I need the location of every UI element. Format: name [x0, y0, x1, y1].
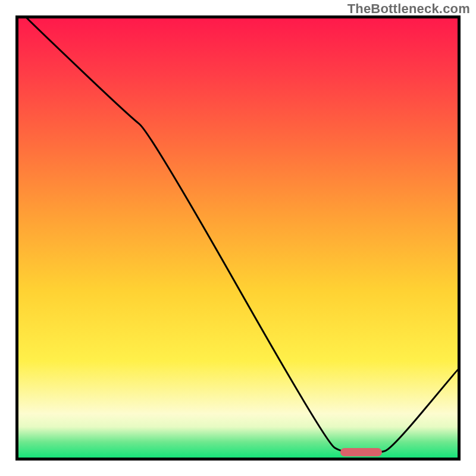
bottleneck-curve [18, 18, 458, 453]
chart-container: TheBottleneck.com [0, 0, 476, 476]
watermark-text: TheBottleneck.com [347, 1, 470, 17]
curve-svg [18, 18, 458, 458]
optimal-marker [340, 448, 382, 456]
plot-frame [15, 15, 461, 461]
